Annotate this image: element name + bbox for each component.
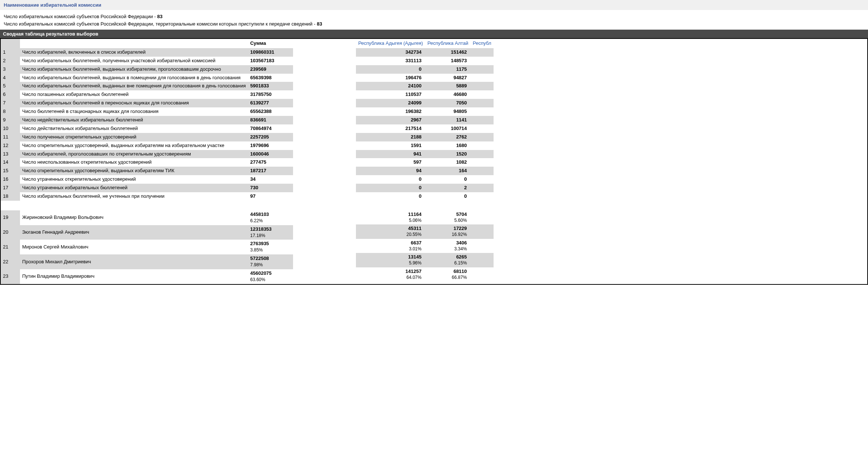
region-link[interactable]: Республика Адыгея (Адыгея) — [358, 40, 423, 46]
region-value — [471, 167, 494, 175]
row-sum: 2257205 — [248, 133, 293, 141]
row-number: 10 — [1, 124, 20, 133]
candidate-row: 66373.01%34063.34% — [356, 239, 494, 253]
candidate-row: 4531120.55%1722916.92% — [356, 224, 494, 238]
row-sum: 1979696 — [248, 141, 293, 150]
region-value: 597 — [356, 158, 425, 167]
table-row: 11Число полученных открепительных удосто… — [1, 133, 293, 141]
region-value — [471, 48, 494, 57]
region-header[interactable]: Республика Алтай — [425, 39, 471, 48]
left-table: Сумма1Число избирателей, включенных в сп… — [1, 39, 293, 284]
region-value: 0 — [356, 65, 425, 74]
table-row: 16Число утраченных открепительных удосто… — [1, 175, 293, 184]
candidate-region-value: 111645.06% — [356, 210, 425, 224]
table-row: 21882762 — [356, 133, 494, 141]
region-value: 2967 — [356, 116, 425, 124]
commission-header: Наименование избирательной комиссии — [0, 0, 868, 10]
row-label: Число недействительных избирательных бюл… — [20, 116, 248, 124]
row-number: 11 — [1, 133, 20, 141]
table-row: 13Число избирателей, проголосовавших по … — [1, 150, 293, 159]
candidate-region-value — [471, 267, 494, 281]
region-value: 217514 — [356, 124, 425, 133]
table-row: 9Число недействительных избирательных бю… — [1, 116, 293, 124]
candidate-region-value: 57045.60% — [425, 210, 471, 224]
info-lines: Число избирательных комиссий субъектов Р… — [0, 11, 868, 30]
region-value: 342734 — [356, 48, 425, 57]
region-value — [471, 90, 494, 99]
col-sum-head: Сумма — [248, 39, 293, 48]
region-value — [471, 116, 494, 124]
table-row: 240997050 — [356, 99, 494, 107]
row-sum: 239569 — [248, 65, 293, 74]
region-value — [471, 175, 494, 184]
candidate-row: 21Миронов Сергей Михайлович27639353.85% — [1, 240, 293, 254]
table-row: 6Число погашенных избирательных бюллетен… — [1, 90, 293, 99]
region-value: 1175 — [425, 65, 471, 74]
row-number: 23 — [1, 269, 20, 284]
candidate-name: Зюганов Геннадий Андреевич — [20, 225, 248, 240]
region-value: 164 — [425, 167, 471, 175]
table-row: 94164 — [356, 167, 494, 175]
row-number: 8 — [1, 107, 20, 116]
region-value: 94827 — [425, 74, 471, 82]
row-number: 12 — [1, 141, 20, 150]
region-value — [471, 150, 494, 159]
row-sum: 277475 — [248, 158, 293, 167]
candidate-name: Миронов Сергей Михайлович — [20, 240, 248, 254]
row-sum: 1600046 — [248, 150, 293, 159]
candidate-sum: 57225087.98% — [248, 254, 293, 269]
region-value: 5889 — [425, 82, 471, 90]
candidate-name: Путин Владимир Владимирович — [20, 269, 248, 284]
region-value: 196476 — [356, 74, 425, 82]
row-label: Число избирательных бюллетеней, выданных… — [20, 65, 248, 74]
candidate-row: 20Зюганов Геннадий Андреевич1231835317.1… — [1, 225, 293, 240]
row-sum: 6139277 — [248, 99, 293, 107]
region-value: 151462 — [425, 48, 471, 57]
table-row: 1Число избирателей, включенных в список … — [1, 48, 293, 57]
row-number: 5 — [1, 82, 20, 90]
col-num-head — [1, 39, 20, 48]
row-number: 13 — [1, 150, 20, 159]
table-row: 19647694827 — [356, 74, 494, 82]
region-value: 2 — [425, 184, 471, 192]
candidate-region-value: 62656.15% — [425, 253, 471, 267]
row-number: 21 — [1, 240, 20, 254]
row-sum: 65639398 — [248, 74, 293, 82]
row-label: Число утраченных открепительных удостове… — [20, 175, 248, 184]
region-value — [471, 74, 494, 82]
region-value: 94805 — [425, 107, 471, 116]
region-value: 2188 — [356, 133, 425, 141]
region-value — [471, 107, 494, 116]
table-row: 5971082 — [356, 158, 494, 167]
table-row: 14Число неиспользованных открепительных … — [1, 158, 293, 167]
info2-prefix: Число избирательных комиссий субъектов Р… — [4, 21, 317, 27]
region-link[interactable]: Республ — [473, 40, 491, 46]
info-line-2: Число избирательных комиссий субъектов Р… — [4, 20, 864, 28]
candidate-row: 23Путин Владимир Владимирович4560207563.… — [1, 269, 293, 284]
table-row: 11053746680 — [356, 90, 494, 99]
row-sum: 5901833 — [248, 82, 293, 90]
region-value — [471, 184, 494, 192]
table-row: 29671141 — [356, 116, 494, 124]
row-number: 14 — [1, 158, 20, 167]
region-header[interactable]: Республ — [471, 39, 494, 48]
row-sum: 31785750 — [248, 90, 293, 99]
region-value: 0 — [356, 184, 425, 192]
candidate-region-value: 6811066.87% — [425, 267, 471, 281]
row-number: 22 — [1, 254, 20, 269]
table-row: 342734151462 — [356, 48, 494, 57]
region-value: 1591 — [356, 141, 425, 150]
table-row: 9411520 — [356, 150, 494, 159]
region-link[interactable]: Республика Алтай — [427, 40, 468, 46]
row-label: Число неиспользованных открепительных уд… — [20, 158, 248, 167]
candidate-region-value: 1722916.92% — [425, 224, 471, 238]
region-value: 1082 — [425, 158, 471, 167]
region-value — [471, 99, 494, 107]
region-value: 110537 — [356, 90, 425, 99]
row-number: 4 — [1, 74, 20, 82]
row-sum: 34 — [248, 175, 293, 184]
region-header[interactable]: Республика Адыгея (Адыгея) — [356, 39, 425, 48]
table-row: 241005889 — [356, 82, 494, 90]
info2-value: 83 — [317, 21, 322, 27]
region-value: 94 — [356, 167, 425, 175]
